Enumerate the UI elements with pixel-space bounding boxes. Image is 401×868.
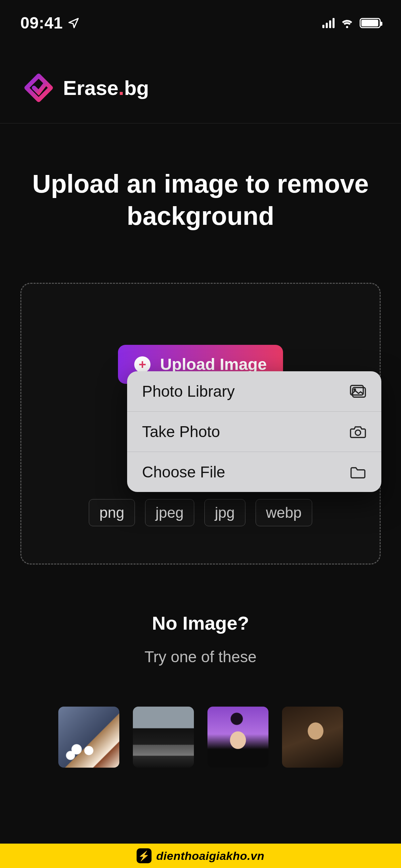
footer-badge-icon: ⚡ <box>137 848 152 863</box>
menu-item-take-photo[interactable]: Take Photo <box>127 412 381 452</box>
format-chip: jpeg <box>145 499 194 526</box>
location-icon <box>67 17 80 29</box>
brand-name: Erase.bg <box>63 76 149 100</box>
sample-image[interactable] <box>207 707 268 768</box>
no-image-heading: No Image? <box>0 612 401 634</box>
plus-icon: + <box>134 356 151 373</box>
format-chip: webp <box>256 499 312 526</box>
app-logo-icon <box>24 73 54 103</box>
menu-item-label: Take Photo <box>142 422 220 441</box>
camera-icon <box>349 425 366 439</box>
brand-suffix: bg <box>124 77 149 99</box>
sample-image[interactable] <box>58 707 119 768</box>
battery-icon <box>360 18 381 28</box>
menu-item-choose-file[interactable]: Choose File <box>127 452 381 492</box>
footer-banner[interactable]: ⚡ dienthoaigiakho.vn <box>0 844 401 868</box>
format-chip: png <box>89 499 135 526</box>
app-header: Erase.bg <box>0 42 401 123</box>
no-image-sub: Try one of these <box>0 648 401 666</box>
menu-item-photo-library[interactable]: Photo Library <box>127 371 381 412</box>
upload-button-label: Upload Image <box>160 355 267 374</box>
sample-images-row <box>0 707 401 768</box>
photo-library-icon <box>349 384 366 398</box>
format-chips: png jpeg jpg webp <box>32 499 369 526</box>
folder-icon <box>349 465 366 479</box>
sample-image[interactable] <box>282 707 343 768</box>
sample-image[interactable] <box>133 707 194 768</box>
footer-text: dienthoaigiakho.vn <box>156 849 264 863</box>
page-title: Upload an image to remove background <box>0 123 401 252</box>
status-time: 09:41 <box>20 14 63 32</box>
status-bar: 09:41 <box>0 0 401 42</box>
svg-point-3 <box>355 430 361 435</box>
menu-item-label: Photo Library <box>142 382 235 400</box>
upload-source-menu: Photo Library Take Photo Choose File <box>127 371 381 492</box>
menu-item-label: Choose File <box>142 463 225 481</box>
status-left: 09:41 <box>20 14 80 32</box>
brand-main: Erase <box>63 77 118 99</box>
cellular-signal-icon <box>322 18 335 28</box>
wifi-icon <box>341 18 354 28</box>
status-right <box>322 18 381 28</box>
format-chip: jpg <box>204 499 245 526</box>
